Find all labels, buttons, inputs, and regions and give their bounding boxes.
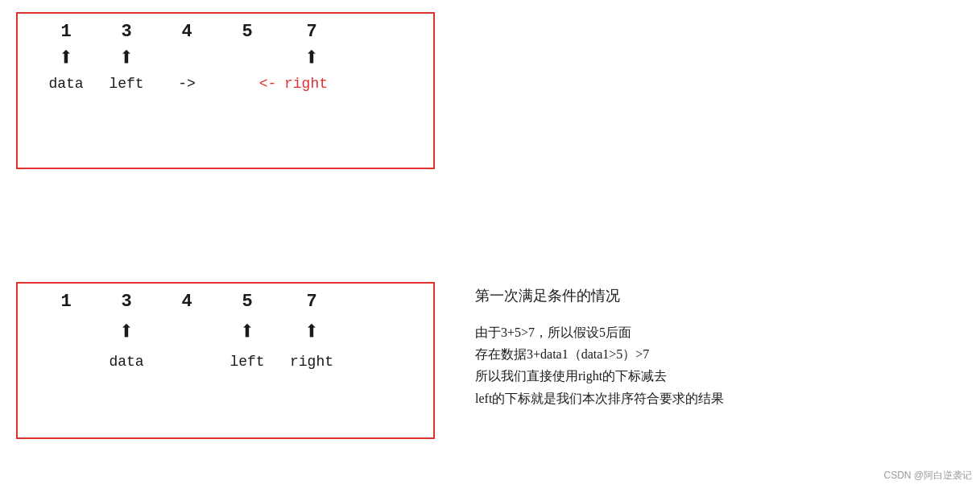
top-arrow-3: ⬆ xyxy=(94,46,159,72)
label-left-arrow: -> xyxy=(159,76,215,92)
watermark: CSDN @阿白逆袭记 xyxy=(883,469,972,483)
bottom-diagram: 1 3 4 5 7 ⬆ ⬆ ⬆ data xyxy=(16,282,435,439)
bot-arrow-5: ⬆ xyxy=(215,320,279,346)
label-right-empty xyxy=(328,76,392,92)
top-num-4: 4 xyxy=(159,22,215,42)
bot-arrows-row: ⬆ ⬆ ⬆ xyxy=(18,316,433,350)
desc-line-4: left的下标就是我们本次排序符合要求的结果 xyxy=(475,387,958,409)
label-left: left xyxy=(94,76,159,92)
top-num-1: 1 xyxy=(38,22,94,42)
top-num-3: 3 xyxy=(94,22,159,42)
bot-label-1-empty xyxy=(38,354,94,370)
label-data: data xyxy=(38,76,94,92)
description-title: 第一次满足条件的情况 xyxy=(475,286,958,305)
bot-arrow-7: ⬆ xyxy=(279,320,344,346)
bot-num-1: 1 xyxy=(38,292,94,312)
top-num-7: 7 xyxy=(279,22,344,42)
bot-label-data: data xyxy=(94,354,159,370)
top-num-5: 5 xyxy=(215,22,279,42)
description-area: 第一次满足条件的情况 由于3+5>7，所以假设5后面 存在数据3+data1（d… xyxy=(475,286,958,409)
bot-num-7: 7 xyxy=(279,292,344,312)
desc-line-1: 由于3+5>7，所以假设5后面 xyxy=(475,321,958,343)
bot-labels-row: data left right xyxy=(18,350,433,378)
bot-num-5: 5 xyxy=(215,292,279,312)
bot-num-4: 4 xyxy=(159,292,215,312)
top-labels-row: data left -> <- right xyxy=(18,72,433,100)
description-body: 由于3+5>7，所以假设5后面 存在数据3+data1（data1>5）>7 所… xyxy=(475,321,958,409)
bot-label-left: left xyxy=(215,354,279,370)
desc-line-2: 存在数据3+data1（data1>5）>7 xyxy=(475,343,958,365)
top-arrow-7: ⬆ xyxy=(279,46,344,72)
top-arrow-1: ⬆ xyxy=(38,46,94,72)
bot-arrow-3: ⬆ xyxy=(94,320,159,346)
bot-numbers-row: 1 3 4 5 7 xyxy=(18,284,433,316)
top-numbers-row: 1 3 4 5 7 xyxy=(18,14,433,46)
bot-label-right: right xyxy=(279,354,344,370)
desc-line-3: 所以我们直接使用right的下标减去 xyxy=(475,365,958,387)
top-arrows-row: ⬆ ⬆ ⬆ xyxy=(18,46,433,72)
bot-num-3: 3 xyxy=(94,292,159,312)
bot-label-4-empty xyxy=(159,354,215,370)
label-right-arrow: <- right xyxy=(215,76,328,92)
top-diagram: 1 3 4 5 7 ⬆ ⬆ ⬆ data left xyxy=(16,12,435,169)
